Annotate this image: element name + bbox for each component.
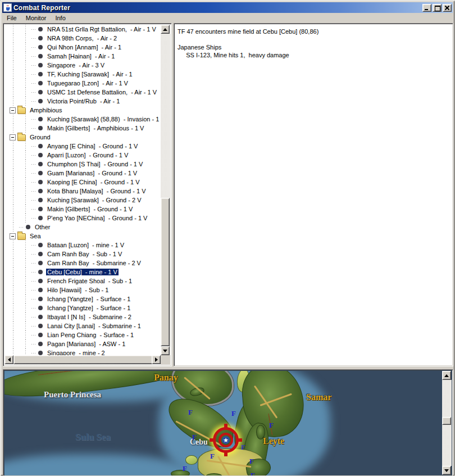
- tree-folder-sea[interactable]: Sea: [7, 232, 161, 241]
- tree-item-tf-kuching-sarawak-air-1[interactable]: TF, Kuching [Sarawak] - Air - 1: [7, 70, 161, 79]
- down-arrow-icon: [444, 469, 449, 472]
- tree-item-nra-98th-corps-air-2[interactable]: NRA 98th Corps, - Air - 2: [7, 34, 161, 43]
- up-arrow-icon: [163, 28, 167, 31]
- tree-item-pagan-marianas-asw-1[interactable]: Pagan [Marianas] - ASW - 1: [7, 339, 161, 348]
- tree-item-itbayat-i-n-is-submarine-2[interactable]: Itbayat I [N Is] - Submarine - 2: [7, 312, 161, 321]
- tree-connector: [31, 70, 37, 79]
- tree-indent-guide: [19, 178, 31, 187]
- menu-item-monitor[interactable]: Monitor: [21, 14, 51, 22]
- tree-indent-guide: [19, 52, 31, 61]
- tree-item-kuching-sarawak-58-88-invasion-1-v[interactable]: Kuching [Sarawak] (58,88) - Invasion - 1…: [7, 115, 161, 124]
- scroll-down-button[interactable]: [442, 466, 451, 475]
- tree-item-label: Sea: [29, 233, 42, 239]
- tree-indent-guide: [19, 169, 31, 178]
- scroll-right-button[interactable]: [152, 355, 161, 364]
- tree-indent-guide: [19, 124, 31, 133]
- tree-scrollbar-vertical[interactable]: [161, 25, 170, 355]
- map-label-samar: Samar: [306, 392, 331, 402]
- close-button[interactable]: [443, 4, 452, 12]
- collapse-expander-icon[interactable]: [10, 134, 16, 140]
- tree-item-victoria-point-rub-air-1[interactable]: Victoria Point/Rub - Air - 1: [7, 97, 161, 106]
- scroll-thumb[interactable]: [161, 198, 170, 346]
- friendly-base-marker: F: [231, 409, 236, 418]
- tree-item-hilo-hawaii-sub-1[interactable]: Hilo [Hawaii] - Sub - 1: [7, 285, 161, 294]
- tree-item-kota-bharu-malaya-ground-1-v[interactable]: Kota Bharu [Malaya] - Ground - 1 V: [7, 187, 161, 196]
- tree-indent-guide: [19, 187, 31, 196]
- tree-item-chumphon-s-thai-ground-1-v[interactable]: Chumphon [S Thai] - Ground - 1 V: [7, 160, 161, 169]
- map-panel: PanayPuerto PrincesaSulu SeaSamarLeyteCe…: [3, 369, 453, 476]
- tree-item-label: Kaoping [E China] - Ground - 1 V: [46, 179, 140, 185]
- friendly-base-marker: F: [192, 433, 197, 442]
- tree-indent-guide: [7, 250, 19, 259]
- tree-indent-guide: [7, 303, 19, 312]
- tree-item-cam-ranh-bay-submarine-2-v[interactable]: Cam Ranh Bay - Submarine - 2 V: [7, 259, 161, 268]
- tree-item-kaoping-e-china-ground-1-v[interactable]: Kaoping [E China] - Ground - 1 V: [7, 178, 161, 187]
- tree-connector: [31, 25, 37, 34]
- tree-item-french-frigate-shoal-sub-1[interactable]: French Frigate Shoal - Sub - 1: [7, 276, 161, 285]
- tree-indent-guide: [7, 52, 19, 61]
- tree-item-makin-gilberts-amphibious-1-v[interactable]: Makin [Gilberts] - Amphibious - 1 V: [7, 124, 161, 133]
- tree-item-p-eng-yao-nechina-ground-1-v[interactable]: P'eng Yao [NEChina] - Ground - 1 V: [7, 214, 161, 223]
- maximize-button[interactable]: [433, 4, 442, 12]
- tree-item-tuguegarao-lzon-air-1-v[interactable]: Tuguegarao [Lzon] - Air - 1 V: [7, 79, 161, 88]
- tree-item-kuching-sarawak-ground-2-v[interactable]: Kuching [Sarawak] - Ground - 2 V: [7, 196, 161, 205]
- tree-indent-guide: [19, 196, 31, 205]
- combat-event-tree[interactable]: NRA 51st Grlla Rgt Battalion, - Air - 1 …: [4, 25, 161, 355]
- tree-indent-guide: [7, 223, 19, 232]
- map-view[interactable]: PanayPuerto PrincesaSulu SeaSamarLeyteCe…: [4, 371, 442, 476]
- menu-item-file[interactable]: File: [2, 14, 21, 22]
- tree-item-ichang-yangtze-surface-1[interactable]: Ichang [Yangtze] - Surface - 1: [7, 294, 161, 303]
- menu-item-info[interactable]: Info: [51, 14, 70, 22]
- tree-item-other[interactable]: Other: [7, 223, 161, 232]
- scroll-up-button[interactable]: [442, 371, 451, 380]
- tree-connector: [31, 312, 37, 321]
- tree-item-ichang-yangtze-surface-1[interactable]: Ichang [Yangtze] - Surface - 1: [7, 303, 161, 312]
- bullet-icon: [38, 198, 43, 202]
- island: [185, 455, 198, 465]
- tree-connector: [31, 88, 37, 97]
- tree-item-nra-51st-grlla-rgt-battalion-air-1-v[interactable]: NRA 51st Grlla Rgt Battalion, - Air - 1 …: [7, 25, 161, 34]
- tree-folder-amphibious[interactable]: Amphibious: [7, 106, 161, 115]
- combat-location-target-icon: ★: [211, 425, 240, 455]
- tree-connector: [31, 169, 37, 178]
- tree-item-qui-nhon-annam-air-1[interactable]: Qui Nhon [Annam] - Air - 1: [7, 43, 161, 52]
- tree-item-lian-peng-chiang-surface-1[interactable]: Lian Peng Chiang - Surface - 1: [7, 330, 161, 339]
- bullet-icon: [38, 63, 43, 67]
- scroll-thumb[interactable]: [13, 355, 153, 364]
- tree-scrollbar-horizontal[interactable]: [4, 355, 161, 365]
- bullet-icon: [38, 279, 43, 283]
- tree-item-guam-marianas-ground-1-v[interactable]: Guam [Marianas] - Ground - 1 V: [7, 169, 161, 178]
- tree-item-label: Tuguegarao [Lzon] - Air - 1 V: [46, 80, 129, 87]
- tree-item-label: Singapore - Air - 3 V: [46, 62, 106, 69]
- tree-item-label: Kota Bharu [Malaya] - Ground - 1 V: [46, 188, 147, 194]
- bullet-icon: [38, 288, 43, 292]
- tree-item-aparri-luzon-ground-1-v[interactable]: Aparri [Luzon] - Ground - 1 V: [7, 151, 161, 160]
- tree-indent-guide: [7, 124, 19, 133]
- tree-item-makin-gilberts-ground-1-v[interactable]: Makin [Gilberts] - Ground - 1 V: [7, 205, 161, 214]
- tree-item-singapore-mine-2[interactable]: Singapore - mine - 2: [7, 348, 161, 355]
- tree-item-anyang-e-china-ground-1-v[interactable]: Anyang [E China] - Ground - 1 V: [7, 142, 161, 151]
- tree-item-label: Pagan [Marianas] - ASW - 1: [46, 341, 126, 347]
- minimize-button[interactable]: [422, 4, 431, 12]
- map-scrollbar-vertical[interactable]: [442, 371, 452, 475]
- tree-item-singapore-air-3-v[interactable]: Singapore - Air - 3 V: [7, 61, 161, 70]
- friendly-base-marker: F: [188, 408, 193, 417]
- tree-item-cam-ranh-bay-sub-1-v[interactable]: Cam Ranh Bay - Sub - 1 V: [7, 250, 161, 259]
- tree-folder-ground[interactable]: Ground: [7, 133, 161, 142]
- tree-item-label: French Frigate Shoal - Sub - 1: [46, 278, 133, 284]
- tree-indent-guide: [19, 259, 31, 268]
- tree-item-usmc-1st-defense-battalion-air-1-v[interactable]: USMC 1st Defense Battalion, - Air - 1 V: [7, 88, 161, 97]
- bullet-icon: [38, 342, 43, 346]
- scroll-up-button[interactable]: [161, 25, 170, 34]
- tree-item-samah-hainan-air-1[interactable]: Samah [Hainan] - Air - 1: [7, 52, 161, 61]
- tree-item-lanai-city-lanai-submarine-1[interactable]: Lanai City [Lanai] - Submarine - 1: [7, 321, 161, 330]
- tree-item-cebu-cebu-mine-1-v[interactable]: Cebu [Cebu] - mine - 1 V: [7, 268, 161, 276]
- collapse-expander-icon[interactable]: [10, 107, 16, 114]
- tree-item-bataan-luzon-mine-1-v[interactable]: Bataan [Luzon] - mine - 1 V: [7, 241, 161, 250]
- scroll-left-button[interactable]: [4, 355, 13, 364]
- tree-indent-guide: [7, 43, 19, 52]
- scroll-down-button[interactable]: [161, 346, 170, 355]
- scroll-thumb[interactable]: [442, 417, 451, 425]
- collapse-expander-icon[interactable]: [10, 233, 16, 239]
- title-bar[interactable]: Combat Reporter: [2, 2, 453, 13]
